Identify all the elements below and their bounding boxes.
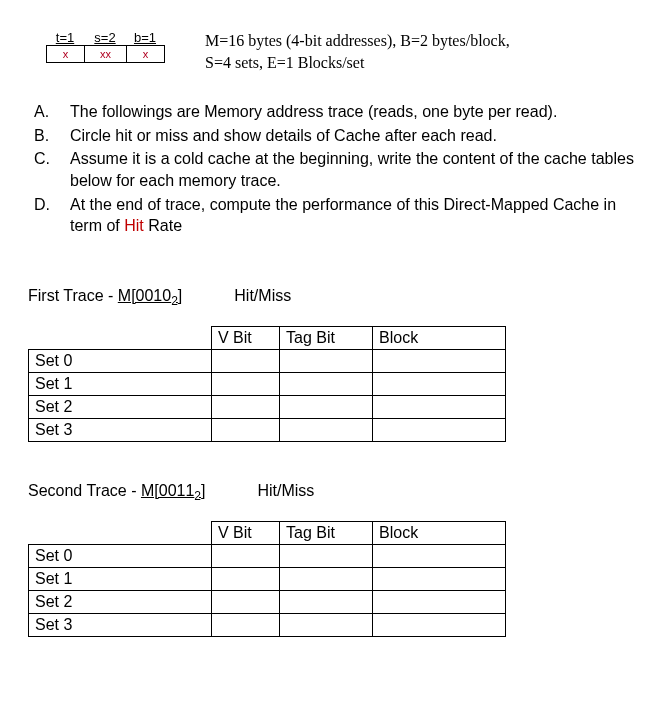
hit-miss-label: Hit/Miss <box>257 482 314 500</box>
address-format: t=1 s=2 b=1 x xx x <box>46 30 165 63</box>
block-cell[interactable] <box>373 372 506 395</box>
table-row: Set 2 <box>29 395 506 418</box>
first-trace-label: First Trace - M[00102]Hit/Miss <box>28 287 643 308</box>
question-text: Circle hit or miss and show details of C… <box>70 125 643 147</box>
tagbit-cell[interactable] <box>280 418 373 441</box>
trace-name: Second Trace <box>28 482 131 499</box>
table-row: Set 0 <box>29 349 506 372</box>
second-trace-label: Second Trace - M[00112]Hit/Miss <box>28 482 643 503</box>
trace-dash: - <box>131 482 141 499</box>
first-cache-table: V Bit Tag Bit Block Set 0 Set 1 Set 2 Se… <box>28 326 506 442</box>
trace-address: M[00102] <box>118 287 183 304</box>
set-label: Set 2 <box>29 395 212 418</box>
set-label: Set 0 <box>29 349 212 372</box>
question-text: The followings are Memory address trace … <box>70 101 643 123</box>
question-list: A. The followings are Memory address tra… <box>34 101 643 237</box>
tagbit-cell[interactable] <box>280 568 373 591</box>
tagbit-cell[interactable] <box>280 349 373 372</box>
question-d: D. At the end of trace, compute the perf… <box>34 194 643 237</box>
tag-bits-cell: x <box>46 45 84 63</box>
trace-address-sub: 2 <box>171 294 178 308</box>
table-row: Set 3 <box>29 614 506 637</box>
trace-address-pre: M[0010 <box>118 287 171 304</box>
table-row: Set 1 <box>29 372 506 395</box>
question-b: B. Circle hit or miss and show details o… <box>34 125 643 147</box>
cache-config: M=16 bytes (4-bit addresses), B=2 bytes/… <box>205 30 510 73</box>
vbit-header: V Bit <box>212 326 280 349</box>
set-bits-cell: xx <box>84 45 126 63</box>
question-a: A. The followings are Memory address tra… <box>34 101 643 123</box>
block-bits-cell: x <box>126 45 165 63</box>
question-letter: A. <box>34 101 54 123</box>
block-cell[interactable] <box>373 395 506 418</box>
block-cell[interactable] <box>373 418 506 441</box>
table-row: Set 2 <box>29 591 506 614</box>
vbit-cell[interactable] <box>212 545 280 568</box>
table-corner <box>29 326 212 349</box>
block-header: Block <box>373 522 506 545</box>
table-header-row: V Bit Tag Bit Block <box>29 522 506 545</box>
table-header-row: V Bit Tag Bit Block <box>29 326 506 349</box>
set-label: Set 0 <box>29 545 212 568</box>
block-cell[interactable] <box>373 349 506 372</box>
block-header: Block <box>373 326 506 349</box>
table-row: Set 0 <box>29 545 506 568</box>
set-label: Set 1 <box>29 568 212 591</box>
hit-miss-label: Hit/Miss <box>234 287 291 305</box>
question-letter: B. <box>34 125 54 147</box>
vbit-cell[interactable] <box>212 349 280 372</box>
tagbit-header: Tag Bit <box>280 326 373 349</box>
tagbit-cell[interactable] <box>280 372 373 395</box>
trace-address-post: ] <box>201 482 205 499</box>
set-label: Set 2 <box>29 591 212 614</box>
cache-config-line2: S=4 sets, E=1 Blocks/set <box>205 52 510 74</box>
vbit-cell[interactable] <box>212 395 280 418</box>
trace-address-sub: 2 <box>194 489 201 503</box>
second-cache-table: V Bit Tag Bit Block Set 0 Set 1 Set 2 Se… <box>28 521 506 637</box>
set-label: Set 1 <box>29 372 212 395</box>
question-text: At the end of trace, compute the perform… <box>70 194 643 237</box>
trace-dash: - <box>108 287 118 304</box>
address-format-labels: t=1 s=2 b=1 <box>46 30 165 45</box>
set-label: Set 3 <box>29 614 212 637</box>
page: t=1 s=2 b=1 x xx x M=16 bytes (4-bit add… <box>0 0 671 637</box>
tagbit-cell[interactable] <box>280 591 373 614</box>
table-corner <box>29 522 212 545</box>
vbit-cell[interactable] <box>212 418 280 441</box>
question-text: Assume it is a cold cache at the beginni… <box>70 148 643 191</box>
table-row: Set 3 <box>29 418 506 441</box>
tagbit-cell[interactable] <box>280 395 373 418</box>
top-row: t=1 s=2 b=1 x xx x M=16 bytes (4-bit add… <box>28 30 643 73</box>
question-letter: C. <box>34 148 54 191</box>
question-d-post: Rate <box>144 217 182 234</box>
block-cell[interactable] <box>373 568 506 591</box>
trace-address-post: ] <box>178 287 182 304</box>
block-cell[interactable] <box>373 545 506 568</box>
trace-address-pre: M[0011 <box>141 482 194 499</box>
question-d-hit: Hit <box>124 217 144 234</box>
table-row: Set 1 <box>29 568 506 591</box>
tagbit-cell[interactable] <box>280 545 373 568</box>
question-c: C. Assume it is a cold cache at the begi… <box>34 148 643 191</box>
vbit-cell[interactable] <box>212 372 280 395</box>
cache-config-line1: M=16 bytes (4-bit addresses), B=2 bytes/… <box>205 30 510 52</box>
vbit-cell[interactable] <box>212 591 280 614</box>
tagbit-cell[interactable] <box>280 614 373 637</box>
question-letter: D. <box>34 194 54 237</box>
set-bits-label: s=2 <box>84 30 126 45</box>
block-cell[interactable] <box>373 591 506 614</box>
address-format-boxes: x xx x <box>46 45 165 63</box>
vbit-header: V Bit <box>212 522 280 545</box>
vbit-cell[interactable] <box>212 614 280 637</box>
tagbit-header: Tag Bit <box>280 522 373 545</box>
trace-name: First Trace <box>28 287 108 304</box>
tag-bits-label: t=1 <box>46 30 84 45</box>
block-bits-label: b=1 <box>126 30 164 45</box>
set-label: Set 3 <box>29 418 212 441</box>
vbit-cell[interactable] <box>212 568 280 591</box>
trace-address: M[00112] <box>141 482 206 499</box>
block-cell[interactable] <box>373 614 506 637</box>
